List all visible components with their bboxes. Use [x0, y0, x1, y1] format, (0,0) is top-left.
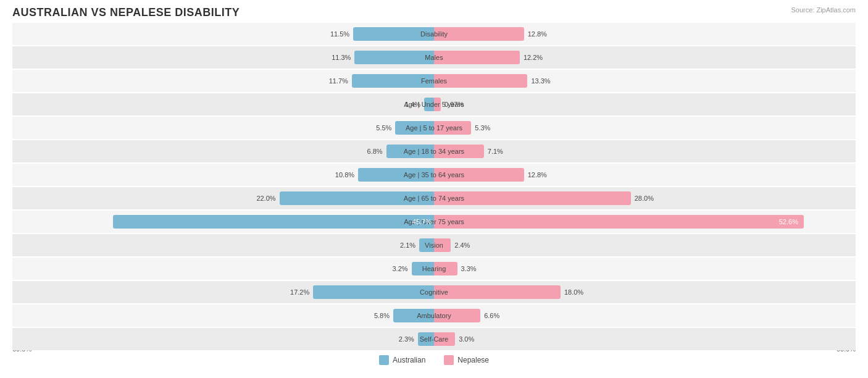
- row-label: Hearing: [422, 265, 446, 272]
- val-right: 12.2%: [524, 54, 543, 61]
- val-left: 5.5%: [376, 124, 391, 132]
- row-label: Self-Care: [420, 335, 448, 343]
- val-left: 17.2%: [290, 288, 309, 296]
- bar-left: [313, 285, 434, 299]
- legend-box-australian: [379, 355, 389, 365]
- row-label: Age | 65 to 74 years: [404, 195, 464, 202]
- val-right: 3.3%: [461, 265, 477, 272]
- val-right: 13.3%: [531, 77, 550, 85]
- chart-row: 45.7%52.6%Age | Over 75 years: [12, 211, 856, 233]
- legend-label-australian: Australian: [393, 356, 425, 364]
- chart-row: 2.1%2.4%Vision: [12, 234, 856, 256]
- chart-row: 3.2%3.3%Hearing: [12, 258, 856, 280]
- val-right: 2.4%: [454, 242, 470, 249]
- chart-title: Australian vs Nepalese Disability: [12, 6, 856, 19]
- val-left: 3.2%: [393, 265, 408, 272]
- legend: Australian Nepalese: [12, 355, 856, 365]
- row-label: Vision: [425, 242, 443, 249]
- val-right: 6.6%: [484, 312, 499, 319]
- chart-row: 22.0%28.0%Age | 65 to 74 years: [12, 187, 856, 209]
- val-left: 11.7%: [329, 77, 348, 85]
- chart-area: 11.5%12.8%Disability11.3%12.2%Males11.7%…: [12, 23, 856, 344]
- chart-row: 5.5%5.3%Age | 5 to 17 years: [12, 117, 856, 139]
- bar-right: [434, 285, 561, 299]
- val-left: 45.7%: [412, 218, 432, 225]
- chart-row: 2.3%3.0%Self-Care: [12, 328, 856, 350]
- chart-row: 5.8%6.6%Ambulatory: [12, 304, 856, 327]
- val-left: 22.0%: [256, 195, 275, 202]
- chart-row: 1.4%0.97%Age | Under 5 years: [12, 93, 856, 116]
- legend-item-nepalese: Nepalese: [444, 355, 489, 365]
- legend-item-australian: Australian: [379, 355, 425, 365]
- row-label: Males: [425, 54, 443, 61]
- val-right: 52.6%: [779, 218, 798, 225]
- val-left: 11.5%: [330, 30, 349, 38]
- chart-row: 6.8%7.1%Age | 18 to 34 years: [12, 140, 856, 162]
- row-label: Age | 5 to 17 years: [406, 124, 462, 132]
- row-label: Age | 18 to 34 years: [404, 148, 464, 155]
- val-right: 28.0%: [635, 195, 654, 202]
- chart-row: 11.3%12.2%Males: [12, 46, 856, 69]
- val-left: 11.3%: [332, 54, 351, 61]
- chart-row: 11.5%12.8%Disability: [12, 23, 856, 45]
- val-right: 12.8%: [528, 171, 547, 178]
- chart-row: 10.8%12.8%Age | 35 to 64 years: [12, 164, 856, 186]
- val-left: 2.3%: [399, 335, 414, 343]
- row-label: Ambulatory: [417, 312, 451, 319]
- chart-row: 11.7%13.3%Females: [12, 70, 856, 92]
- val-right: 18.0%: [564, 288, 583, 296]
- val-right: 7.1%: [488, 148, 503, 155]
- val-right: 12.8%: [528, 30, 547, 38]
- bar-right: [434, 51, 520, 64]
- val-left: 5.8%: [374, 312, 390, 319]
- row-label: Age | Under 5 years: [404, 101, 464, 108]
- bar-left: [113, 215, 434, 229]
- val-left: 2.1%: [400, 242, 415, 249]
- bar-left: [354, 51, 434, 64]
- row-label: Cognitive: [420, 288, 448, 296]
- chart-row: 17.2%18.0%Cognitive: [12, 281, 856, 303]
- val-right: 5.3%: [475, 124, 490, 132]
- legend-box-nepalese: [444, 355, 454, 365]
- bar-right: [434, 215, 804, 229]
- val-right: 3.0%: [459, 335, 474, 343]
- row-label: Age | 35 to 64 years: [404, 171, 464, 178]
- row-label: Disability: [420, 30, 448, 38]
- legend-label-nepalese: Nepalese: [457, 356, 489, 364]
- source-label: Source: ZipAtlas.com: [791, 6, 856, 14]
- chart-container: Australian vs Nepalese Disability Source…: [0, 0, 868, 378]
- val-left: 10.8%: [335, 171, 354, 178]
- val-left: 6.8%: [367, 148, 383, 155]
- row-label: Females: [421, 77, 447, 85]
- bar-right: [434, 74, 527, 88]
